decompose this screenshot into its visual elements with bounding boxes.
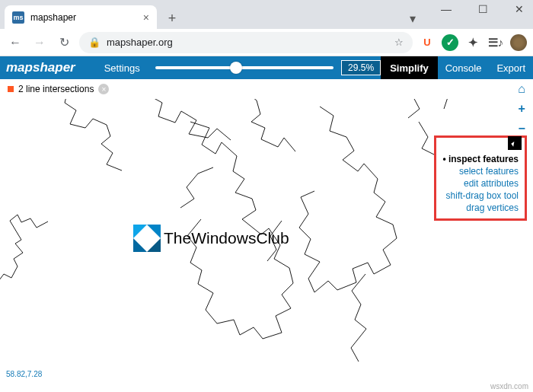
favicon-icon: ms: [12, 11, 24, 24]
export-button[interactable]: Export: [489, 56, 533, 79]
browser-tab-active[interactable]: ms mapshaper ×: [5, 5, 157, 29]
flag-icon: [133, 225, 161, 252]
settings-button[interactable]: Settings: [97, 56, 148, 79]
console-button[interactable]: Console: [438, 56, 490, 79]
box-tool-item[interactable]: shift-drag box tool: [442, 190, 519, 202]
back-button[interactable]: ←: [6, 36, 24, 49]
lock-icon: 🔒: [88, 37, 101, 48]
profile-avatar[interactable]: [510, 34, 527, 51]
status-row: 2 line intersections ×: [0, 79, 533, 99]
drag-vertices-item[interactable]: drag vertices: [442, 202, 519, 214]
watermark-logo: TheWindowsClub: [133, 225, 289, 252]
cursor-tool-menu: inspect features select features edit at…: [434, 135, 527, 221]
reload-button[interactable]: ↻: [55, 35, 73, 49]
window-controls: — ☐ ✕: [441, 0, 533, 15]
percent-display[interactable]: 29.5%: [341, 60, 381, 75]
app-toolbar: mapshaper Settings 29.5% Simplify Consol…: [0, 56, 533, 79]
new-tab-button[interactable]: +: [161, 8, 183, 29]
maximize-button[interactable]: ☐: [478, 3, 488, 15]
side-tools: ⌂ + −: [518, 82, 525, 135]
select-features-item[interactable]: select features: [442, 165, 519, 177]
tab-title: mapshaper: [30, 12, 76, 23]
coordinates-display: 58.82,7.28: [6, 370, 42, 378]
url-text: mapshaper.org: [107, 37, 173, 48]
close-window-button[interactable]: ✕: [515, 3, 524, 15]
zoom-in-icon[interactable]: +: [518, 102, 525, 116]
extension-grammarly-icon[interactable]: ✓: [442, 34, 458, 51]
address-bar: ← → ↻ 🔒 mapshaper.org ☆ U ✓ ✦ ☰♪: [0, 29, 533, 56]
intersections-label: 2 line intersections: [18, 84, 94, 94]
watermark-text: TheWindowsClub: [164, 229, 289, 247]
home-icon[interactable]: ⌂: [518, 82, 525, 96]
tab-menu-icon[interactable]: ▾: [407, 8, 419, 29]
slider-track[interactable]: [155, 66, 334, 69]
reading-list-icon[interactable]: ☰♪: [487, 34, 504, 51]
forward-button: →: [30, 36, 49, 49]
close-tab-icon[interactable]: ×: [143, 11, 149, 24]
edit-attributes-item[interactable]: edit attributes: [442, 177, 519, 190]
url-input[interactable]: 🔒 mapshaper.org ☆: [79, 32, 413, 53]
simplify-button[interactable]: Simplify: [381, 56, 438, 79]
slider-thumb[interactable]: [230, 62, 242, 74]
simplify-slider[interactable]: [148, 66, 341, 69]
extension-ublock-icon[interactable]: U: [419, 34, 436, 51]
zoom-out-icon[interactable]: −: [518, 122, 525, 135]
cursor-icon[interactable]: [508, 136, 522, 150]
inspect-features-item[interactable]: inspect features: [442, 153, 519, 165]
minimize-button[interactable]: —: [441, 3, 452, 15]
image-credit: wsxdn.com: [490, 382, 528, 390]
bookmark-star-icon[interactable]: ☆: [394, 37, 404, 48]
extensions-icon[interactable]: ✦: [464, 34, 481, 51]
app-logo: mapshaper: [6, 60, 75, 75]
dismiss-button[interactable]: ×: [98, 84, 109, 94]
warning-marker-icon: [8, 86, 14, 92]
